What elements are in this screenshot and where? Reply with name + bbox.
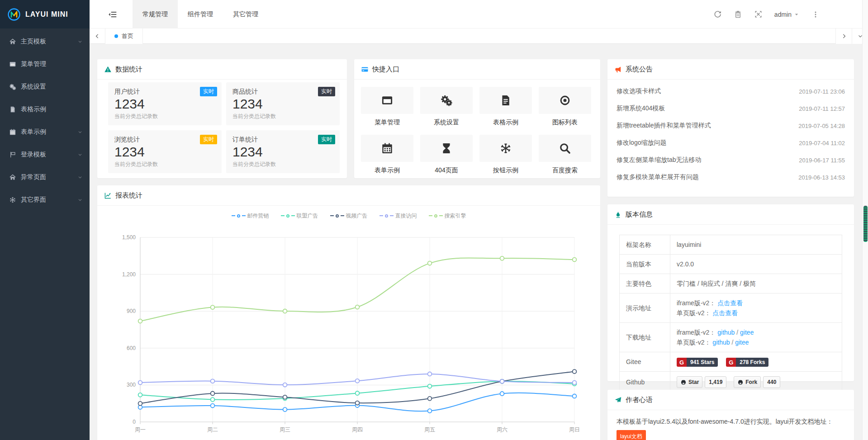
sidebar-item-表格示例[interactable]: 表格示例 [0, 98, 90, 121]
clear-cache-icon[interactable] [734, 10, 742, 19]
more-menu-icon[interactable] [811, 10, 820, 19]
notice-item[interactable]: 修复左侧菜单缩放tab无法移动 2019-06-17 11:55 [617, 151, 845, 169]
table-row: 主要特色零门槛 / 响应式 / 清爽 / 极简 [620, 274, 842, 293]
table-row: 下载地址iframe版-v2： github / gitee单页版-v2： gi… [620, 323, 842, 352]
notice-item[interactable]: 修改logo缩放问题 2019-07-04 11:02 [617, 134, 845, 151]
sidebar-item-其它界面[interactable]: 其它界面 [0, 189, 90, 211]
link-line: 单页版-v2： github / gitee [677, 339, 749, 346]
sidebar-item-系统设置[interactable]: 系统设置 [0, 76, 90, 98]
gitee-badge[interactable]: G 278 Forks [726, 358, 768, 367]
notice-item[interactable]: 修改选项卡样式 2019-07-11 23:06 [617, 83, 845, 100]
fullscreen-icon[interactable] [754, 10, 763, 19]
quick-entry-百度搜索[interactable]: 百度搜索 [539, 135, 591, 175]
quick-entry-菜单管理[interactable]: 菜单管理 [361, 87, 413, 127]
legend-item-联盟广告[interactable]: 联盟广告 [281, 212, 318, 219]
github-count[interactable]: 1,419 [705, 376, 726, 388]
quick-entry-图标列表[interactable]: 图标列表 [539, 87, 591, 127]
sidebar-item-label: 登录模板 [21, 151, 77, 159]
notice-item[interactable]: 修复多模块菜单栏展开有问题 2019-06-13 14:53 [617, 169, 845, 186]
quick-entry-404页面[interactable]: 404页面 [420, 135, 473, 175]
gitee-badge-text: 278 Forks [736, 358, 768, 367]
logo-icon [7, 8, 21, 21]
link-点击查看[interactable]: 点击查看 [712, 309, 738, 317]
gitee-badge-text: 941 Stars [687, 358, 718, 367]
github-count[interactable]: 440 [763, 376, 780, 388]
legend-circle-icon [286, 214, 289, 218]
gitee-badge[interactable]: G 941 Stars [677, 358, 718, 367]
link-github[interactable]: github [717, 329, 735, 336]
data-point [573, 381, 577, 385]
refresh-icon[interactable] [713, 10, 722, 19]
quick-entry-title: 快捷入口 [372, 65, 399, 74]
logo[interactable]: LAYUI MINI [0, 0, 90, 28]
sidebar: LAYUI MINI 主页模板 菜单管理 系统设置 表格示例 表单示例 登录模板… [0, 0, 90, 440]
legend-line-icon [390, 215, 394, 216]
author-words-header: 作者心语 [607, 390, 854, 410]
report-statistics-card: 报表统计 邮件营销 联盟广告 视频广告 直接访问 搜索引擎 0300600900… [97, 185, 600, 440]
line-chart-icon [104, 192, 112, 199]
data-point [428, 409, 432, 413]
scrollbar-thumb[interactable] [863, 206, 868, 242]
link-gitee[interactable]: gitee [735, 339, 749, 346]
sidebar-item-登录模板[interactable]: 登录模板 [0, 143, 90, 166]
system-notice-title: 系统公告 [626, 65, 653, 74]
link-github[interactable]: github [712, 339, 730, 346]
link-点击查看[interactable]: 点击查看 [717, 299, 743, 307]
stat-caption: 当前分类总记录数 [232, 161, 333, 168]
active-tab-dot-icon [114, 34, 118, 38]
gitee-badges-cell: G 941 Stars G 278 Forks [670, 352, 842, 372]
legend-line-icon [281, 215, 285, 216]
github-Fork-button[interactable]: Fork [734, 376, 761, 388]
version-row-label: 当前版本 [620, 255, 670, 274]
quick-entry-表格示例[interactable]: 表格示例 [479, 87, 532, 127]
user-menu[interactable]: admin [774, 11, 800, 18]
tab-home[interactable]: 首页 [105, 28, 143, 44]
link-line: iframe版-v2： github / gitee [677, 329, 754, 336]
notice-item[interactable]: 新增treetable插件和菜单管理样式 2019-07-05 14:28 [617, 117, 845, 134]
legend-item-直接访问[interactable]: 直接访问 [379, 212, 417, 219]
hourglass-icon [440, 142, 453, 155]
module-tab-组件管理[interactable]: 组件管理 [178, 0, 223, 28]
cogs-icon [440, 94, 453, 107]
github-Star-button[interactable]: Star [677, 376, 702, 388]
notice-item[interactable]: 新增系统404模板 2019-07-11 12:57 [617, 100, 845, 117]
legend-item-搜索引擎[interactable]: 搜索引擎 [429, 212, 466, 219]
link-gitee[interactable]: gitee [740, 329, 754, 336]
quick-entry-label: 表格示例 [479, 118, 532, 127]
module-tab-常规管理[interactable]: 常规管理 [133, 0, 178, 28]
tab-scroll-right-button[interactable] [835, 28, 852, 44]
status-badge: 实时 [318, 135, 335, 144]
data-point [428, 384, 432, 388]
quick-entry-按钮示例[interactable]: 按钮示例 [479, 135, 532, 175]
sidebar-item-主页模板[interactable]: 主页模板 [0, 30, 90, 53]
sidebar-item-菜单管理[interactable]: 菜单管理 [0, 53, 90, 76]
quick-entry-系统设置[interactable]: 系统设置 [420, 87, 473, 127]
legend-item-视频广告[interactable]: 视频广告 [330, 212, 368, 219]
gitee-logo-icon: G [677, 358, 687, 367]
version-row-value: layuimini [670, 235, 842, 255]
legend-item-邮件营销[interactable]: 邮件营销 [232, 212, 269, 219]
notice-date: 2019-06-13 14:53 [798, 174, 845, 181]
legend-line-icon [379, 215, 383, 216]
version-row-label: 下载地址 [620, 323, 670, 352]
layui-doc-badge[interactable]: layui文档 [617, 430, 646, 440]
flag-icon [9, 151, 16, 158]
user-name: admin [774, 11, 792, 18]
data-point [211, 392, 215, 396]
chevron-down-icon [77, 151, 83, 158]
svg-text:600: 600 [127, 345, 136, 351]
sidebar-menu: 主页模板 菜单管理 系统设置 表格示例 表单示例 登录模板 异常页面 其它界面 [0, 28, 90, 211]
collapse-sidebar-button[interactable] [108, 9, 118, 19]
sidebar-item-表单示例[interactable]: 表单示例 [0, 121, 90, 143]
tab-scroll-left-button[interactable] [90, 28, 105, 44]
svg-text:900: 900 [127, 308, 136, 314]
quick-entry-表单示例[interactable]: 表单示例 [361, 135, 413, 175]
sidebar-item-异常页面[interactable]: 异常页面 [0, 166, 90, 189]
module-tab-其它管理[interactable]: 其它管理 [223, 0, 268, 28]
data-point [283, 395, 287, 399]
status-badge: 实时 [318, 87, 335, 96]
legend-circle-icon [385, 214, 388, 218]
stats-grid: 用户统计 1234 当前分类总记录数 实时商品统计 1234 当前分类总记录数 … [97, 80, 347, 173]
notice-text: 修改logo缩放问题 [617, 139, 666, 147]
system-notice-card: 系统公告 修改选项卡样式 2019-07-11 23:06新增系统404模板 2… [607, 59, 854, 197]
